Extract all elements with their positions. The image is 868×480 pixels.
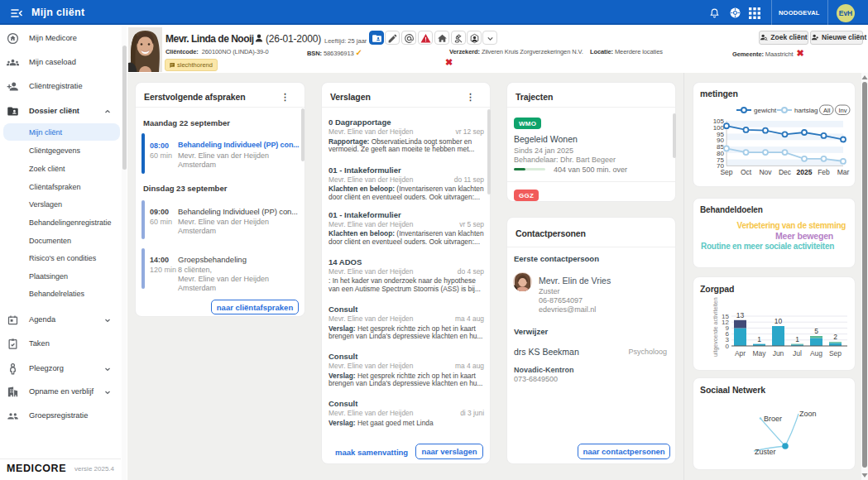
- svg-text:2: 2: [833, 333, 837, 341]
- svg-text:Inv: Inv: [839, 107, 847, 114]
- svg-text:1: 1: [757, 335, 761, 343]
- svg-text:Sep: Sep: [720, 168, 732, 176]
- svg-text:Nov: Nov: [759, 168, 772, 176]
- svg-text:Aug: Aug: [810, 349, 822, 358]
- svg-text:Dec: Dec: [779, 168, 792, 176]
- svg-text:Feb: Feb: [818, 168, 830, 176]
- svg-text:Zoon: Zoon: [799, 410, 817, 418]
- svg-text:Oct: Oct: [741, 168, 752, 176]
- svg-text:13: 13: [736, 311, 745, 319]
- svg-text:Apr: Apr: [735, 349, 746, 358]
- svg-text:2025: 2025: [797, 168, 813, 176]
- svg-text:May: May: [752, 349, 766, 358]
- svg-text:Broer: Broer: [764, 415, 782, 423]
- svg-text:All: All: [823, 107, 831, 114]
- svg-text:gewicht: gewicht: [754, 107, 777, 114]
- svg-text:hartslag: hartslag: [794, 107, 818, 114]
- svg-text:Zuster: Zuster: [755, 448, 776, 456]
- svg-text:Jun: Jun: [773, 349, 784, 358]
- svg-text:1: 1: [795, 335, 799, 343]
- svg-text:Sep: Sep: [829, 349, 842, 358]
- svg-text:5: 5: [814, 327, 818, 335]
- svg-text:Mar: Mar: [837, 168, 850, 176]
- svg-text:0: 0: [726, 343, 730, 350]
- svg-text:uitgevoerde activiteiten: uitgevoerde activiteiten: [712, 297, 719, 357]
- svg-text:Jul: Jul: [793, 349, 802, 358]
- svg-text:10: 10: [774, 317, 783, 325]
